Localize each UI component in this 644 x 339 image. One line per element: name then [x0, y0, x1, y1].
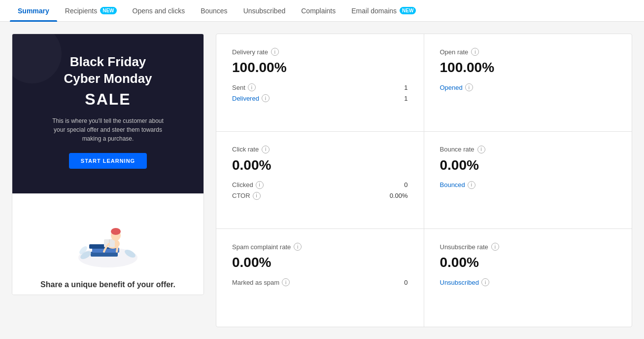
stat-open-rate: Open rate i 100.00% Opened i: [424, 34, 632, 132]
tab-summary-label: Summary: [18, 7, 49, 15]
spam-rate-info-icon[interactable]: i: [294, 243, 302, 251]
email-description: This is where you'll tell the customer a…: [49, 116, 167, 143]
tab-unsubscribed-label: Unsubscribed: [243, 7, 286, 15]
stat-unsubscribe-rate: Unsubscribe rate i 0.00% Unsubscribed i: [424, 229, 632, 327]
tab-email-domains-label: Email domains: [351, 7, 397, 15]
sent-info-icon[interactable]: i: [248, 83, 256, 91]
clicked-value: 0: [404, 181, 407, 188]
unsubscribed-label: Unsubscribed: [440, 279, 479, 286]
opened-row: Opened i: [440, 83, 616, 91]
clicked-label: Clicked: [232, 181, 253, 188]
tab-recipients-label: Recipients: [65, 7, 97, 15]
tab-opens-clicks[interactable]: Opens and clicks: [125, 0, 193, 22]
email-preview-top: Black Friday Cyber Monday SALE This is w…: [12, 34, 203, 193]
opened-info-icon[interactable]: i: [465, 83, 473, 91]
bounced-info-icon[interactable]: i: [468, 181, 475, 189]
email-cta-button[interactable]: START LEARNING: [69, 153, 147, 169]
bounce-rate-info-icon[interactable]: i: [477, 146, 485, 153]
bounce-rate-details: Bounced i: [440, 181, 616, 189]
click-rate-value: 0.00%: [232, 157, 408, 173]
click-rate-info-icon[interactable]: i: [262, 146, 270, 153]
tab-complaints-label: Complaints: [301, 7, 336, 15]
section2-title: Share a unique benefit of your offer.: [27, 280, 189, 289]
delivered-info-icon[interactable]: i: [262, 94, 270, 102]
open-rate-label: Open rate i: [440, 48, 616, 56]
unsubscribed-info-icon[interactable]: i: [481, 278, 489, 286]
ctor-info-icon[interactable]: i: [253, 192, 261, 200]
bounced-label: Bounced: [440, 181, 465, 188]
unsubscribed-row: Unsubscribed i: [440, 278, 616, 286]
clicked-info-icon[interactable]: i: [256, 181, 264, 189]
unsubscribe-rate-label: Unsubscribe rate i: [440, 243, 616, 251]
marked-as-spam-label: Marked as spam: [232, 279, 279, 286]
email-preview-bottom: Share a unique benefit of your offer. In…: [12, 193, 203, 295]
spam-rate-details: Marked as spam i 0: [232, 278, 408, 286]
marked-as-spam-row: Marked as spam i 0: [232, 278, 408, 286]
unsubscribe-rate-info-icon[interactable]: i: [491, 243, 499, 251]
delivery-rate-details: Sent i 1 Delivered i 1: [232, 83, 408, 102]
open-rate-info-icon[interactable]: i: [471, 48, 479, 56]
illustration: [68, 208, 147, 272]
spam-rate-value: 0.00%: [232, 255, 408, 270]
tab-complaints[interactable]: Complaints: [293, 0, 343, 22]
stat-spam-rate: Spam complaint rate i 0.00% Marked as sp…: [216, 229, 424, 327]
marked-as-spam-value: 0: [404, 279, 407, 286]
email-title-line1: Black Friday Cyber Monday: [27, 54, 189, 87]
opened-label: Opened: [440, 84, 463, 91]
bounce-rate-value: 0.00%: [440, 157, 616, 173]
unsubscribe-rate-details: Unsubscribed i: [440, 278, 616, 286]
stat-bounce-rate: Bounce rate i 0.00% Bounced i: [424, 132, 632, 229]
delivered-value: 1: [404, 95, 407, 102]
tab-email-domains[interactable]: Email domains NEW: [343, 0, 424, 22]
email-preview-panel[interactable]: Black Friday Cyber Monday SALE This is w…: [12, 34, 204, 295]
email-domains-badge: NEW: [400, 7, 416, 14]
delivery-rate-label: Delivery rate i: [232, 48, 408, 56]
section2-desc: Introduce your offer with a little more …: [27, 293, 189, 295]
tab-recipients[interactable]: Recipients NEW: [57, 0, 125, 22]
delivered-label: Delivered: [232, 95, 259, 102]
open-rate-value: 100.00%: [440, 60, 616, 75]
recipients-badge: NEW: [100, 7, 116, 14]
email-title-sale: SALE: [27, 90, 189, 109]
delivery-rate-sent-row: Sent i 1: [232, 83, 408, 91]
tab-bounces[interactable]: Bounces: [193, 0, 235, 22]
delivery-rate-info-icon[interactable]: i: [271, 48, 279, 56]
tab-bounces-label: Bounces: [201, 7, 227, 15]
bounced-row: Bounced i: [440, 181, 616, 189]
ctor-label: CTOR: [232, 192, 250, 199]
click-rate-details: Clicked i 0 CTOR i 0.00%: [232, 181, 408, 200]
stat-delivery-rate: Delivery rate i 100.00% Sent i 1 Deliver…: [216, 34, 424, 132]
click-rate-label: Click rate i: [232, 146, 408, 153]
tab-opens-clicks-label: Opens and clicks: [133, 7, 185, 15]
tab-unsubscribed[interactable]: Unsubscribed: [236, 0, 294, 22]
bounce-rate-label: Bounce rate i: [440, 146, 616, 153]
delivery-rate-delivered-row: Delivered i 1: [232, 94, 408, 102]
tabs-bar: Summary Recipients NEW Opens and clicks …: [0, 0, 644, 22]
marked-as-spam-info-icon[interactable]: i: [282, 278, 290, 286]
main-content: Black Friday Cyber Monday SALE This is w…: [0, 22, 644, 339]
unsubscribe-rate-value: 0.00%: [440, 255, 616, 270]
stat-click-rate: Click rate i 0.00% Clicked i 0 CTOR i: [216, 132, 424, 229]
stats-panel: Delivery rate i 100.00% Sent i 1 Deliver…: [216, 34, 632, 327]
spam-rate-label: Spam complaint rate i: [232, 243, 408, 251]
ctor-row: CTOR i 0.00%: [232, 192, 408, 200]
ctor-value: 0.00%: [390, 192, 408, 199]
svg-point-8: [111, 228, 121, 235]
sent-value: 1: [404, 84, 407, 91]
sent-label: Sent: [232, 84, 245, 91]
open-rate-details: Opened i: [440, 83, 616, 91]
delivery-rate-value: 100.00%: [232, 60, 408, 75]
clicked-row: Clicked i 0: [232, 181, 408, 189]
tab-summary[interactable]: Summary: [10, 0, 57, 22]
